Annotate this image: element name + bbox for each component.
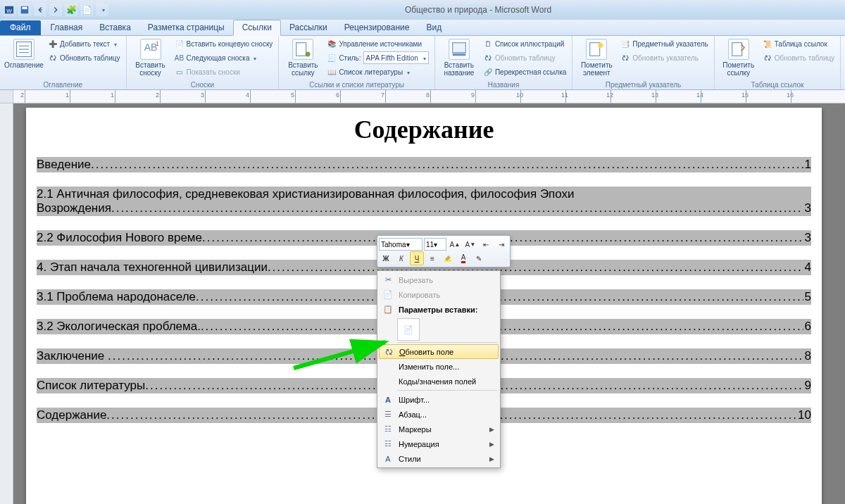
align-center-icon[interactable]: ≡ bbox=[425, 251, 439, 265]
insert-toa-button[interactable]: 📜Таблица ссылок bbox=[761, 37, 837, 50]
style-icon: 🧾 bbox=[327, 53, 337, 63]
group-toc: Оглавление ➕Добавить текст 🗘Обновить таб… bbox=[0, 36, 127, 89]
style-selector[interactable]: 🧾Стиль: APA Fifth Edition bbox=[325, 51, 430, 64]
table-of-figures-button[interactable]: 🗒Список иллюстраций bbox=[482, 37, 568, 50]
file-tab[interactable]: Файл bbox=[0, 20, 41, 35]
plus-icon: ➕ bbox=[48, 39, 58, 49]
refresh-icon: 🗘 bbox=[382, 348, 395, 356]
svg-text:1: 1 bbox=[156, 41, 159, 47]
group-footnotes: AB1 Вставить сноску 📄Вставить концевую с… bbox=[127, 36, 280, 89]
menu-numbering[interactable]: ☷Нумерация▶ bbox=[379, 436, 499, 451]
font-icon: A bbox=[382, 396, 394, 404]
qat-customize-icon[interactable] bbox=[96, 4, 108, 16]
document-scroll[interactable]: Содержание Введение.....................… bbox=[13, 103, 845, 504]
group-label: Ссылки и списки литературы bbox=[283, 81, 430, 89]
bibliography-button[interactable]: 📖Список литературы bbox=[325, 65, 430, 78]
document-area: Содержание Введение.....................… bbox=[0, 103, 845, 504]
mark-citation-icon bbox=[728, 39, 749, 60]
mark-entry-icon bbox=[586, 39, 607, 60]
tab-insert[interactable]: Вставка bbox=[91, 20, 139, 35]
tab-home[interactable]: Главная bbox=[42, 20, 92, 35]
menu-paste-options: 📋Параметры вставки: bbox=[379, 302, 499, 317]
group-captions: Вставить название 🗒Список иллюстраций 🗘О… bbox=[435, 36, 572, 89]
font-color-icon[interactable]: A bbox=[456, 251, 470, 265]
word-icon: W bbox=[3, 4, 15, 16]
highlight-icon[interactable] bbox=[441, 251, 455, 265]
refresh-icon: 🗘 bbox=[620, 53, 630, 63]
svg-text:W: W bbox=[6, 8, 12, 14]
indent-dec-icon[interactable]: ⇤ bbox=[479, 237, 493, 251]
menu-update-field[interactable]: 🗘Обновить поле bbox=[379, 344, 499, 359]
update-index-button: 🗘Обновить указатель bbox=[619, 51, 709, 64]
mini-toolbar: Tahoma ▾ 11 ▾ A▲ A▼ ⇤ ⇥ Ж К Ч ≡ A ✎ bbox=[377, 235, 511, 267]
bold-icon[interactable]: Ж bbox=[379, 251, 393, 265]
menu-font[interactable]: AШрифт... bbox=[379, 392, 499, 407]
font-size-select[interactable]: 11 ▾ bbox=[424, 238, 446, 251]
group-toa: Пометить ссылку 📜Таблица ссылок 🗘Обновит… bbox=[715, 36, 841, 89]
insert-caption-button[interactable]: Вставить название bbox=[439, 37, 479, 81]
separator bbox=[397, 342, 497, 343]
font-select[interactable]: Tahoma ▾ bbox=[379, 238, 423, 251]
separator bbox=[397, 390, 497, 391]
group-label: Названия bbox=[439, 81, 568, 89]
menu-cut: ✂Вырезать bbox=[379, 272, 499, 287]
format-painter-icon[interactable]: ✎ bbox=[472, 251, 486, 265]
underline-icon[interactable]: Ч bbox=[410, 251, 424, 265]
save-icon[interactable] bbox=[18, 4, 31, 16]
insert-index-button[interactable]: 📑Предметный указатель bbox=[619, 37, 709, 50]
cross-ref-button[interactable]: 🔗Перекрестная ссылка bbox=[482, 65, 568, 78]
tab-references[interactable]: Ссылки bbox=[233, 20, 281, 36]
paragraph-icon: ☰ bbox=[382, 410, 394, 419]
indent-inc-icon[interactable]: ⇥ bbox=[494, 237, 508, 251]
copy-icon: 📄 bbox=[382, 290, 394, 299]
ribbon-tabs: Файл Главная Вставка Разметка страницы С… bbox=[0, 20, 845, 36]
qat-icon-1[interactable]: 🧩 bbox=[65, 4, 77, 16]
italic-icon[interactable]: К bbox=[394, 251, 408, 265]
tab-view[interactable]: Вид bbox=[418, 20, 450, 35]
redo-icon[interactable] bbox=[49, 4, 62, 16]
next-footnote-button[interactable]: ABСледующая сноска bbox=[173, 51, 275, 64]
shrink-font-icon[interactable]: A▼ bbox=[463, 237, 477, 251]
footnote-icon: AB1 bbox=[140, 39, 161, 60]
insert-endnote-button[interactable]: 📄Вставить концевую сноску bbox=[173, 37, 275, 50]
next-icon: AB bbox=[175, 53, 184, 63]
vertical-ruler[interactable] bbox=[0, 103, 13, 504]
undo-icon[interactable] bbox=[34, 4, 46, 16]
document-heading: Содержание bbox=[26, 115, 822, 144]
grow-font-icon[interactable]: A▲ bbox=[448, 237, 462, 251]
show-notes-button: ▭Показать сноски bbox=[173, 65, 275, 78]
quick-access-toolbar: W 🧩 📄 bbox=[0, 4, 111, 16]
menu-bullets[interactable]: ☷Маркеры▶ bbox=[379, 422, 499, 436]
group-label: Оглавление bbox=[4, 81, 122, 89]
insert-citation-button[interactable]: Вставить ссылку bbox=[283, 37, 323, 81]
group-citations: Вставить ссылку 📚Управление источниками … bbox=[279, 36, 435, 89]
menu-styles[interactable]: AСтили▶ bbox=[379, 451, 499, 466]
add-text-button[interactable]: ➕Добавить текст bbox=[46, 37, 122, 50]
update-caption-button: 🗘Обновить таблицу bbox=[482, 51, 568, 64]
paste-option-keep-source[interactable]: 📄 bbox=[397, 318, 420, 341]
style-select[interactable]: APA Fifth Edition bbox=[363, 51, 429, 64]
toc-entry[interactable]: Введение................................… bbox=[37, 157, 811, 172]
update-toc-button[interactable]: 🗘Обновить таблицу bbox=[46, 51, 122, 64]
group-label: Сноски bbox=[131, 81, 275, 89]
manage-sources-button[interactable]: 📚Управление источниками bbox=[325, 37, 430, 50]
horizontal-ruler[interactable]: 2112345678910111213141516 bbox=[0, 90, 845, 103]
toc-entry[interactable]: 2.1 Античная философия, средневековая хр… bbox=[37, 187, 811, 216]
group-label: Таблица ссылок bbox=[719, 81, 837, 89]
title-bar: W 🧩 📄 Общество и природа - Microsoft Wor… bbox=[0, 0, 845, 20]
toc-button[interactable]: Оглавление bbox=[4, 37, 44, 81]
tab-page-layout[interactable]: Разметка страницы bbox=[139, 20, 233, 35]
menu-field-codes[interactable]: Коды/значения полей bbox=[379, 374, 499, 389]
qat-icon-2[interactable]: 📄 bbox=[80, 4, 93, 16]
menu-paragraph[interactable]: ☰Абзац... bbox=[379, 407, 499, 422]
mark-citation-button[interactable]: Пометить ссылку bbox=[719, 37, 758, 81]
tab-mailings[interactable]: Рассылки bbox=[281, 20, 336, 35]
window-title: Общество и природа - Microsoft Word bbox=[111, 5, 845, 15]
menu-edit-field[interactable]: Изменить поле... bbox=[379, 359, 499, 374]
update-toa-button: 🗘Обновить таблицу bbox=[761, 51, 837, 64]
mark-entry-button[interactable]: Пометить элемент bbox=[577, 37, 616, 81]
insert-footnote-button[interactable]: AB1 Вставить сноску bbox=[131, 37, 170, 81]
citation-icon bbox=[292, 39, 313, 60]
refresh-icon: 🗘 bbox=[483, 53, 493, 63]
tab-review[interactable]: Рецензирование bbox=[336, 20, 418, 35]
